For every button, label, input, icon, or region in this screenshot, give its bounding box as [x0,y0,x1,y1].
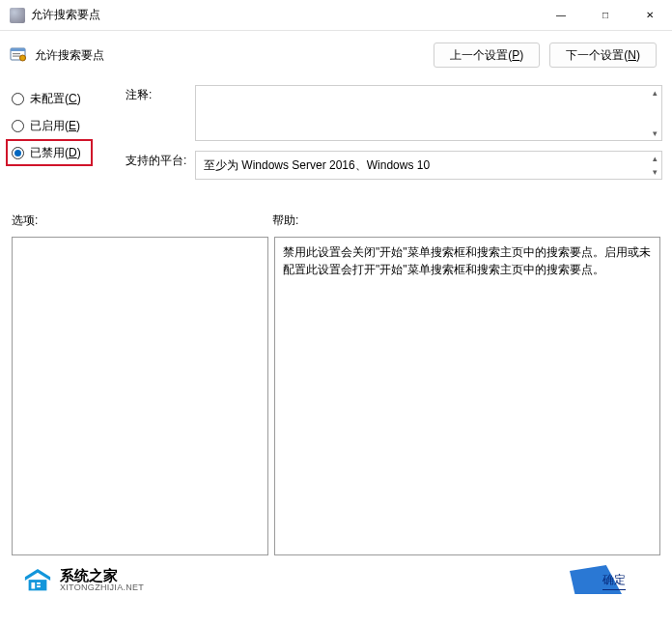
comment-textarea[interactable]: ▴ ▾ [195,85,662,141]
svg-point-4 [20,55,26,61]
svg-rect-2 [13,53,20,54]
brand-name: 系统之家 [60,568,144,584]
supported-platform-box: 至少为 Windows Server 2016、Windows 10 ▴ ▾ [195,151,662,180]
minimize-button[interactable]: — [539,0,583,30]
help-panel: 禁用此设置会关闭"开始"菜单搜索框和搜索主页中的搜索要点。启用或未配置此设置会打… [274,237,660,555]
comment-label: 注释: [126,85,195,141]
brand-subtitle: XITONGZHIJIA.NET [60,583,144,593]
radio-disabled[interactable]: 已禁用(D) [6,139,93,166]
options-panel [12,237,268,555]
window-controls: — □ ✕ [539,0,672,30]
svg-rect-9 [37,585,41,587]
svg-rect-7 [31,582,35,589]
radio-icon [12,120,24,132]
scroll-up-icon[interactable]: ▴ [648,152,661,165]
prev-setting-button[interactable]: 上一个设置(P) [434,43,540,68]
scroll-down-icon[interactable]: ▾ [648,127,661,140]
titlebar: 允许搜索要点 — □ ✕ [0,0,672,31]
app-icon [10,8,25,23]
radio-not-configured[interactable]: 未配置(C) [12,85,126,112]
window-title: 允许搜索要点 [31,7,539,23]
ok-label: 确定 [602,572,626,590]
supported-label: 支持的平台: [126,151,195,180]
options-label: 选项: [12,213,272,229]
close-button[interactable]: ✕ [628,0,672,30]
ok-button[interactable]: 确定 [575,567,653,594]
supported-text: 至少为 Windows Server 2016、Windows 10 [204,158,430,172]
svg-rect-3 [13,56,20,57]
svg-rect-1 [11,48,25,51]
help-text: 禁用此设置会关闭"开始"菜单搜索框和搜索主页中的搜索要点。启用或未配置此设置会打… [283,243,652,278]
svg-rect-8 [37,582,41,584]
policy-icon [10,46,27,64]
svg-marker-5 [25,569,50,581]
maximize-button[interactable]: □ [583,0,628,30]
scroll-down-icon[interactable]: ▾ [648,165,661,179]
policy-title: 允许搜索要点 [35,47,434,64]
brand-icon [23,567,52,594]
brand: 系统之家 XITONGZHIJIA.NET [23,567,575,594]
radio-icon [12,93,24,105]
help-label: 帮助: [272,213,298,229]
radio-enabled[interactable]: 已启用(E) [12,112,126,139]
scroll-up-icon[interactable]: ▴ [648,86,661,99]
radio-icon [12,147,24,159]
next-setting-button[interactable]: 下一个设置(N) [549,43,657,68]
